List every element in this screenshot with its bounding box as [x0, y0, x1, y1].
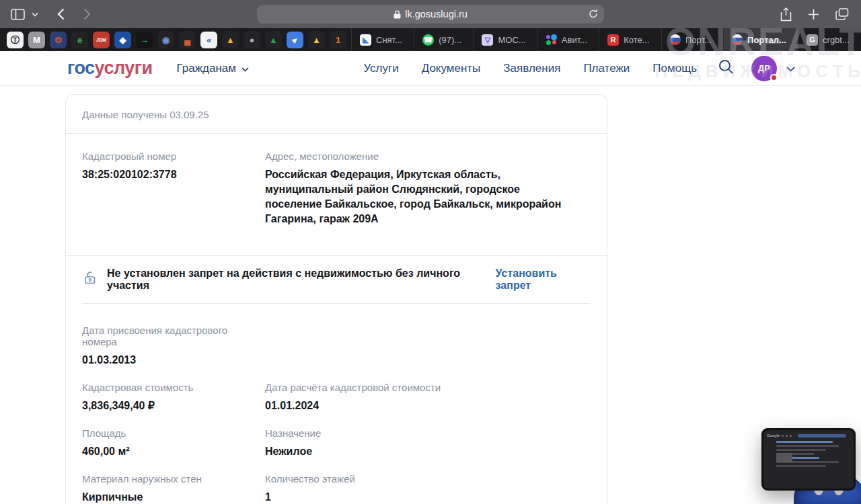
favicon-letter-m[interactable]: M — [28, 32, 45, 48]
field-floors: Количество этажей 1 — [265, 473, 591, 504]
field-area: Площадь 460,00 м² — [82, 427, 265, 459]
gosuslugi-logo[interactable]: госуслуги — [67, 58, 153, 79]
nav-help[interactable]: Помощь — [652, 62, 697, 75]
restriction-row: Не установлен запрет на действия с недви… — [66, 256, 607, 303]
tab-97[interactable]: ☎(97)... — [414, 28, 473, 51]
new-tab-icon[interactable] — [808, 9, 819, 20]
field-cadastral-number: Кадастровый номер 38:25:020102:3778 — [82, 151, 265, 226]
nav-services[interactable]: Услуги — [363, 62, 398, 75]
avito-icon — [546, 34, 557, 45]
favicon-circled-t[interactable]: Ⓣ — [7, 32, 24, 48]
favicon-green-swirl[interactable]: e — [71, 32, 88, 48]
shield-icon: ▽ — [482, 34, 493, 46]
sidebar-chevron-down-icon[interactable] — [32, 12, 38, 17]
details-section: Дата присвоения кадастрового номера 01.0… — [66, 304, 607, 504]
share-icon[interactable] — [780, 7, 792, 22]
tab-label: Снят... — [376, 35, 402, 45]
favicon-double-chevron[interactable]: « — [200, 32, 217, 48]
back-button[interactable] — [57, 8, 65, 20]
pip-dot — [786, 435, 788, 437]
favicon-globe[interactable]: ◉ — [157, 32, 174, 48]
favicon-gray-circle[interactable]: ● — [244, 32, 260, 48]
tab-снят[interactable]: ◣Снят... — [351, 28, 414, 51]
tab-label: МОС... — [498, 35, 525, 45]
open-lock-icon — [82, 270, 98, 289]
tab-авит[interactable]: Авит... — [537, 28, 599, 51]
favicon-jdm[interactable]: JDM — [93, 32, 110, 48]
main-nav: Услуги Документы Заявления Платежи Помощ… — [363, 62, 697, 75]
tab-коте[interactable]: RКоте... — [599, 28, 661, 51]
russia-flag-icon — [670, 34, 681, 45]
pip-search-engine-label: Google — [767, 433, 780, 437]
field-wall-material: Материал наружных стен Кирпичные — [82, 473, 265, 504]
cadastral-section: Кадастровый номер 38:25:020102:3778 Адре… — [66, 134, 607, 241]
nav-documents[interactable]: Документы — [422, 62, 481, 75]
field-purpose: Назначение Нежилое — [265, 427, 591, 459]
field-cadastral-cost: Кадастровая стоимость 3,836,349,40 ₽ — [82, 382, 265, 413]
tab-label: Порт... — [685, 35, 712, 45]
letter-r-icon: R — [607, 34, 619, 46]
user-avatar[interactable]: ДР — [751, 56, 777, 81]
tab-crgbt[interactable]: Gcrgbt... — [798, 28, 861, 51]
pip-screen-share-window[interactable]: Google — [761, 428, 856, 491]
favicon-blue-emblem[interactable]: ◆ — [114, 32, 131, 48]
tab-порт[interactable]: Порт... — [661, 28, 723, 51]
restriction-text: Не установлен запрет на действия с недви… — [107, 267, 487, 292]
sidebar-icon[interactable] — [11, 9, 25, 20]
favicon-gear[interactable]: ⚙ — [50, 32, 67, 48]
pip-dot — [782, 435, 784, 437]
lock-icon — [394, 10, 401, 19]
nav-payments[interactable]: Платежи — [583, 62, 630, 75]
field-cost-date: Дата расчёта кадастровой стоимости 01.01… — [265, 382, 591, 413]
audience-dropdown[interactable]: Гражданам — [177, 62, 249, 75]
pip-dot — [790, 435, 792, 437]
search-icon[interactable] — [718, 59, 734, 77]
tabs-overview-icon[interactable] — [835, 8, 849, 20]
chevron-down-icon — [241, 62, 249, 75]
tab-label: Портал... — [747, 35, 786, 45]
bookmarks-tab-strip: ⓉM⚙eJDM◆→◉▄«▲●▲▶▲1◣Снят...☎(97)...▽МОС..… — [0, 28, 861, 51]
tab-label: Коте... — [624, 35, 649, 45]
browser-chrome: lk.gosuslugi.ru — [0, 0, 861, 28]
tab-label: (97)... — [439, 35, 461, 45]
mountain-icon: ◣ — [360, 34, 371, 46]
favicon-car[interactable]: ▄ — [179, 32, 196, 48]
account-chevron-down-icon[interactable] — [786, 62, 795, 75]
favicon-paper-plane[interactable]: ▶ — [287, 32, 303, 48]
data-received-date: Данные получены 03.09.25 — [66, 95, 607, 134]
pip-result-link — [776, 441, 833, 443]
address-bar[interactable]: lk.gosuslugi.ru — [257, 5, 604, 24]
favicon-green-arrow[interactable]: → — [136, 32, 153, 48]
field-date-assigned: Дата присвоения кадастрового номера 01.0… — [82, 325, 265, 368]
tab-мос[interactable]: ▽МОС... — [473, 28, 537, 51]
field-address: Адрес, местоположение Российская Федерац… — [265, 151, 591, 226]
tab-label: Авит... — [562, 35, 587, 45]
property-card: Данные получены 03.09.25 Кадастровый ном… — [65, 94, 607, 504]
logo-part-blue: гос — [67, 58, 95, 78]
audience-label: Гражданам — [177, 62, 236, 75]
favicon-drive-triangle-2[interactable]: ▲ — [308, 32, 325, 48]
reload-icon[interactable] — [589, 9, 598, 19]
favicon-drive-triangle[interactable]: ▲ — [265, 32, 282, 48]
forward-button[interactable] — [83, 8, 91, 20]
pip-text-line — [776, 445, 839, 447]
russia-flag-icon — [732, 34, 743, 45]
url-text: lk.gosuslugi.ru — [405, 9, 467, 19]
tab-label: crgbt... — [823, 35, 850, 45]
site-header: госуслуги Гражданам Услуги Документы Зая… — [0, 51, 861, 86]
pip-address-bar — [798, 434, 846, 437]
pip-text-line — [776, 465, 826, 467]
notification-dot — [770, 74, 778, 81]
logo-part-red: услуги — [95, 58, 153, 78]
set-restriction-link[interactable]: Установить запрет — [496, 267, 591, 292]
whatsapp-icon: ☎ — [422, 34, 434, 46]
favicon-ads-triangle[interactable]: ▲ — [222, 32, 239, 48]
tab-портал[interactable]: Портал... — [723, 28, 798, 51]
pip-text-line — [776, 449, 826, 451]
favicon-orange-one[interactable]: 1 — [330, 32, 346, 48]
nav-applications[interactable]: Заявления — [503, 62, 560, 75]
pip-thumbnail — [776, 453, 792, 462]
letter-g-icon: G — [807, 34, 818, 46]
